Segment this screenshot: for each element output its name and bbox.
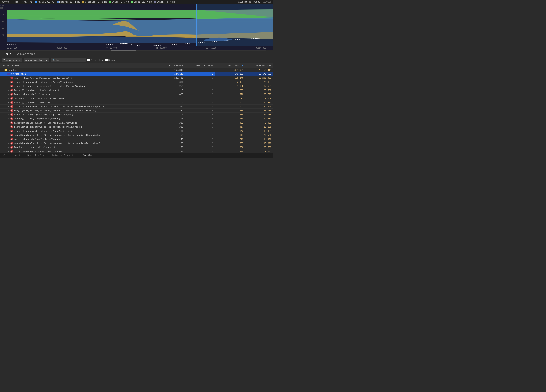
deallocations-cell: 0	[185, 80, 215, 84]
table-row[interactable]: ▶minvoke() (Ljava/lang/reflect/Method;)1…	[0, 117, 273, 121]
row-name-text: loopOnce() (Landroid/os/Looper;)	[14, 146, 55, 149]
callstack-name-cell: ▶mloopOnce() (Landroid/os/Looper;)	[0, 145, 159, 149]
table-row[interactable]: ▶📁app heap162,8480381,99125,165,411	[0, 68, 273, 72]
totalcount-cell: 230	[215, 145, 245, 149]
expand-arrow[interactable]: ▶	[8, 93, 10, 95]
expand-arrow[interactable]: ▶	[8, 142, 10, 144]
match-case-checkbox[interactable]	[87, 59, 90, 61]
chart-scrollbar[interactable]	[7, 50, 266, 51]
expand-arrow[interactable]: ▶	[8, 110, 10, 112]
shallowsize-cell: 25,165,411	[245, 68, 273, 72]
expand-arrow[interactable]: ▶	[8, 97, 10, 99]
bottom-tab-blaze[interactable]: Blaze Problems	[26, 153, 47, 157]
arrange-dropdown[interactable]: Arrange by callstack ▼	[24, 58, 49, 62]
bottom-tab-logcat[interactable]: Logcat	[11, 153, 22, 157]
expand-arrow[interactable]: ▶	[1, 69, 4, 71]
allocations-cell: 380	[159, 80, 185, 84]
col-header-deallocations[interactable]: Deallocations	[185, 63, 215, 68]
allocations-cell: 43	[159, 137, 185, 141]
table-header-row: Callstack Name Allocations Deallocations…	[0, 63, 273, 68]
table-row[interactable]: ▶mmain() (Landroid/app/ActivityThread;)4…	[0, 137, 273, 141]
method-badge: m	[11, 121, 13, 124]
table-row[interactable]: ▶mlayout() (Landroid/view/ViewGroup;)009…	[0, 88, 273, 92]
search-box[interactable]: 🔍	[51, 58, 86, 62]
heap-dropdown[interactable]: View app heap ▼	[1, 58, 22, 62]
expand-arrow[interactable]: ▶	[8, 89, 10, 91]
expand-arrow[interactable]: ▶	[8, 101, 10, 103]
row-name-text: superDispatchTouchEvent() (Lcom/android/…	[14, 134, 103, 136]
row-name-text: app heap	[8, 69, 18, 71]
expand-arrow[interactable]: ▶	[8, 150, 10, 152]
deallocations-cell: 0	[185, 105, 215, 109]
table-row[interactable]: ▶mdispatchTouchEvent() (Landroid/support…	[0, 105, 273, 109]
java-color-dot	[35, 1, 37, 3]
tab-table[interactable]: Table	[1, 51, 14, 57]
table-row[interactable]: ▶mdispatchTransformedTouchEvent() (Landr…	[0, 84, 273, 88]
tabs-bar: Table Visualization	[0, 51, 273, 57]
table-row[interactable]: ▶mrecreateChildDisplayList() (Landroid/v…	[0, 125, 273, 129]
table-row[interactable]: ▶mloopOnce() (Landroid/os/Looper;)560230…	[0, 145, 273, 149]
table-row[interactable]: ▶mdispatchTouchEvent() (Landroid/app/Act…	[0, 129, 273, 133]
table-row[interactable]: ▶mlayoutChildren() (Landroid/widget/Fram…	[0, 113, 273, 117]
expand-arrow[interactable]: ▶	[8, 77, 10, 79]
deallocations-cell: 0	[185, 141, 215, 145]
table-row[interactable]: ▶mmain() (Lcom/android/internal/os/Zygot…	[0, 76, 273, 80]
expand-arrow[interactable]: ▶	[8, 81, 10, 83]
table-row[interactable]: ▶mlayout() (Landroid/view/View;)0066333,…	[0, 101, 273, 105]
table-row[interactable]: ▶mdispatchMessage() (Landroid/os/Handler…	[0, 149, 273, 153]
col-header-callstack[interactable]: Callstack Name	[0, 63, 159, 68]
expand-arrow[interactable]: ▶	[8, 106, 10, 107]
expand-arrow[interactable]: ▶	[8, 130, 10, 132]
toolbar: View app heap ▼ Arrange by callstack ▼ 🔍…	[0, 57, 273, 63]
native-legend: Native: 284.1 MB	[57, 0, 80, 3]
regex-label[interactable]: Regex	[105, 59, 115, 61]
expand-arrow[interactable]: ▶	[8, 138, 10, 140]
table-row[interactable]: ▶mdispatchGetDisplayList() (Landroid/vie…	[0, 121, 273, 125]
totalcount-cell: 458	[215, 117, 245, 121]
expand-arrow[interactable]: ▶	[8, 122, 10, 124]
search-input[interactable]	[56, 59, 84, 61]
memory-chart[interactable]: 640 MB 512 384 256 128	[0, 4, 273, 46]
regex-checkbox[interactable]	[105, 59, 108, 61]
table-scroll-container[interactable]: Callstack Name Allocations Deallocations…	[0, 63, 273, 153]
callstack-name-cell: ▶mdispatchMessage() (Landroid/os/Handler…	[0, 149, 159, 153]
row-name-text: dispatchTransformedTouchEvent() (Landroi…	[14, 85, 89, 87]
expand-arrow[interactable]: ▶	[8, 114, 10, 116]
table-row[interactable]: ▶msuperDispatchTouchEvent() (Lcom/androi…	[0, 141, 273, 145]
totalcount-cell: 342	[215, 129, 245, 133]
allocations-cell: 108	[159, 141, 185, 145]
allocations-cell: 433	[159, 92, 185, 96]
search-icon: 🔍	[52, 59, 55, 61]
table-row[interactable]: ▶monLayout() (Landroid/widget/FrameLayou…	[0, 96, 273, 101]
callstack-name-cell: ▶mlayout() (Landroid/view/View;)	[0, 101, 159, 105]
scrollbar-thumb[interactable]	[111, 50, 136, 51]
expand-arrow[interactable]: ▶	[8, 118, 10, 120]
match-case-label[interactable]: Match Case	[87, 59, 104, 61]
allocated-right: 1000000	[262, 0, 272, 3]
table-row[interactable]: ▶mloop() (Landroid/os/Looper;)433071839,…	[0, 92, 273, 96]
col-header-totalcount[interactable]: Total Count ▼	[215, 63, 245, 68]
bottom-tab-profiler[interactable]: Profiler	[81, 153, 95, 157]
expand-arrow[interactable]: ▶	[8, 126, 10, 128]
table-row[interactable]: ▶mdispatchTouchEvent() (Landroid/view/Vi…	[0, 80, 273, 84]
callstack-name-cell: ▶mmain() (Landroid/app/ActivityThread;)	[0, 137, 159, 141]
expand-arrow[interactable]: ▶	[8, 146, 10, 148]
totalcount-cell: 417	[215, 125, 245, 129]
expand-arrow[interactable]: ▼	[5, 73, 6, 75]
method-badge: m	[11, 146, 13, 149]
col-header-allocations[interactable]: Allocations	[159, 63, 185, 68]
table-row[interactable]: ▶msuperDispatchTouchEvent() (Lcom/androi…	[0, 133, 273, 137]
table-row[interactable]: ▶mrun() (Lcom/android/internal/os/Runtim…	[0, 109, 273, 113]
bottom-tab-db[interactable]: Database Inspector	[51, 153, 77, 157]
bottom-tab-al[interactable]: al	[1, 153, 7, 157]
row-name-text: invoke() (Ljava/lang/reflect/Method;)	[14, 118, 62, 120]
expand-arrow[interactable]: ▶	[8, 134, 10, 136]
shallowsize-cell: 12,291,933	[245, 76, 273, 80]
allocations-cell: 162,848	[159, 68, 185, 72]
col-header-shallowsize[interactable]: Shallow Size	[245, 63, 273, 68]
others-legend: Others: 8.7 MB	[154, 0, 175, 3]
tab-visualization[interactable]: Visualization	[14, 51, 38, 57]
total-memory: Total: 494.7 MB	[13, 0, 32, 3]
table-row[interactable]: ▼≡<Thread main>144,1460170,36313,175,593	[0, 72, 273, 76]
expand-arrow[interactable]: ▶	[8, 85, 10, 87]
